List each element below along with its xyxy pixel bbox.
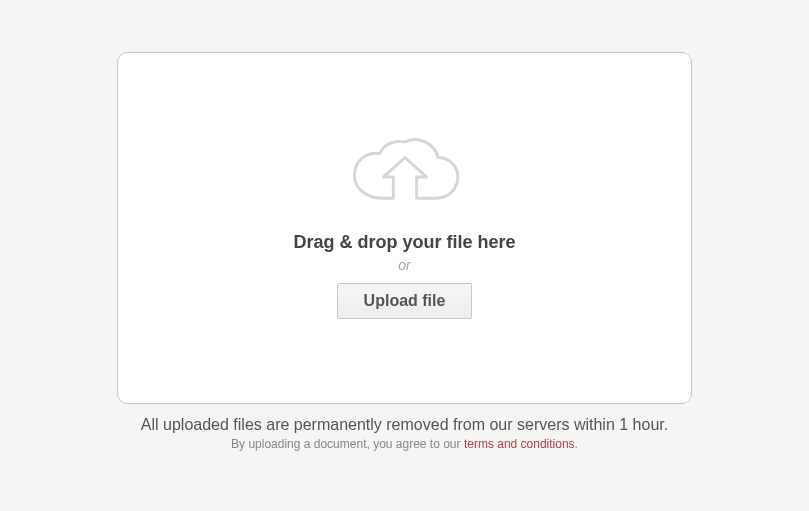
or-separator: or xyxy=(398,257,410,273)
agreement-suffix: . xyxy=(575,437,578,451)
cloud-upload-icon xyxy=(346,138,464,210)
dropzone-title: Drag & drop your file here xyxy=(293,232,515,253)
agreement-text: By uploading a document, you agree to ou… xyxy=(231,437,578,451)
removal-notice: All uploaded files are permanently remov… xyxy=(141,416,668,434)
file-dropzone[interactable]: Drag & drop your file here or Upload fil… xyxy=(117,52,692,404)
upload-file-button[interactable]: Upload file xyxy=(337,283,473,319)
agreement-prefix: By uploading a document, you agree to ou… xyxy=(231,437,464,451)
terms-and-conditions-link[interactable]: terms and conditions xyxy=(464,437,575,451)
